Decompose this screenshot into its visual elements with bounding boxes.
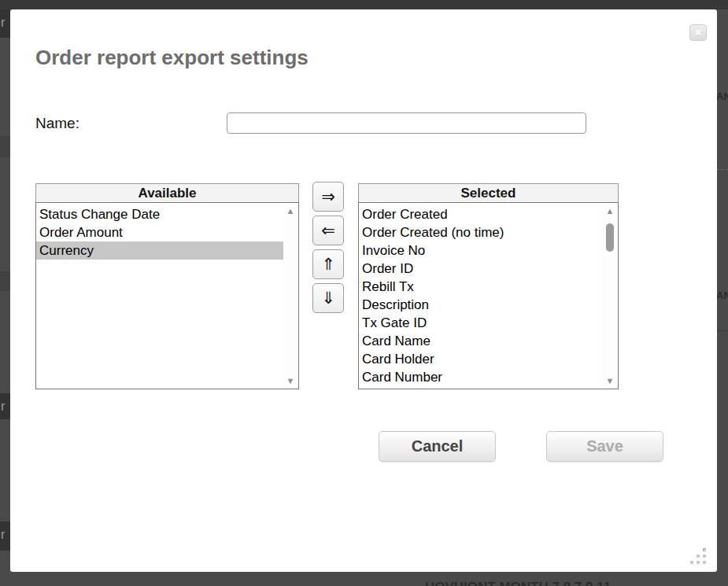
available-scrollbar[interactable]: ▲ ▼ — [283, 204, 297, 388]
move-left-icon[interactable]: ⇐ — [312, 216, 344, 245]
selected-scrollbar[interactable]: ▲ ▼ — [603, 204, 617, 388]
selected-listbox[interactable]: Order CreatedOrder Created (no time)Invo… — [358, 202, 619, 389]
list-item[interactable]: Card Number — [359, 368, 603, 386]
overlay-top-band — [0, 0, 728, 9]
background-divider — [717, 330, 728, 331]
list-item[interactable]: Order Created (no time) — [359, 223, 603, 241]
selected-panel: Selected Order CreatedOrder Created (no … — [358, 183, 619, 389]
list-item[interactable]: Order ID — [359, 260, 603, 278]
list-item[interactable]: Card Name — [359, 332, 603, 350]
name-input[interactable] — [227, 112, 586, 134]
scrollbar-thumb[interactable] — [606, 223, 614, 252]
name-label: Name: — [35, 115, 79, 132]
close-icon[interactable]: ✕ — [689, 24, 707, 41]
list-item[interactable]: Invoice No — [359, 241, 603, 260]
background-clipped-text: HOVHIONT MONTH 7 8 7 9 11 — [425, 580, 611, 586]
background-button-fragment: r — [0, 9, 10, 38]
save-button[interactable]: Save — [546, 431, 663, 462]
list-item[interactable]: Status Change Date — [36, 205, 283, 223]
selected-items: Order CreatedOrder Created (no time)Invo… — [359, 205, 618, 386]
scroll-down-icon[interactable]: ▼ — [603, 376, 617, 385]
dialog-title: Order report export settings — [35, 46, 309, 70]
list-item[interactable]: Currency — [36, 241, 283, 260]
list-item[interactable]: Tx Gate ID — [359, 314, 603, 332]
resize-grip[interactable] — [690, 548, 707, 565]
move-down-icon[interactable]: ⇓ — [312, 283, 344, 313]
background-row-fragment — [0, 136, 10, 157]
move-up-icon[interactable]: ⇑ — [312, 249, 344, 279]
scroll-up-icon[interactable]: ▲ — [603, 206, 617, 216]
background-divider — [717, 169, 728, 170]
available-panel: Available Status Change DateOrder Amount… — [35, 183, 299, 389]
move-right-icon[interactable]: ⇒ — [312, 182, 344, 212]
cancel-button[interactable]: Cancel — [379, 431, 496, 462]
available-items: Status Change DateOrder AmountCurrency — [36, 205, 298, 260]
selected-header: Selected — [358, 183, 619, 202]
list-item[interactable]: Description — [359, 296, 603, 314]
available-listbox[interactable]: Status Change DateOrder AmountCurrency ▲… — [35, 202, 299, 389]
list-item[interactable]: Order Created — [359, 205, 603, 223]
scroll-down-icon[interactable]: ▼ — [283, 376, 297, 385]
background-text-fragment: AN — [716, 89, 728, 104]
scroll-up-icon[interactable]: ▲ — [283, 206, 297, 216]
background-button-fragment: r — [0, 522, 10, 551]
list-item[interactable]: Card Holder — [359, 350, 603, 368]
fragment-text: r — [1, 528, 5, 541]
list-item[interactable]: Order Amount — [36, 223, 283, 241]
fragment-text: r — [1, 400, 5, 413]
background-button-fragment: r — [0, 393, 10, 419]
fragment-text: r — [1, 16, 5, 29]
background-text-fragment: AN — [716, 288, 728, 303]
background-row-fragment — [0, 271, 10, 291]
list-item[interactable]: Rebill Tx — [359, 278, 603, 296]
transfer-buttons: ⇒ ⇐ ⇑ ⇓ — [312, 182, 344, 317]
available-header: Available — [35, 183, 299, 202]
export-settings-dialog: ✕ Order report export settings Name: Ava… — [10, 9, 717, 572]
